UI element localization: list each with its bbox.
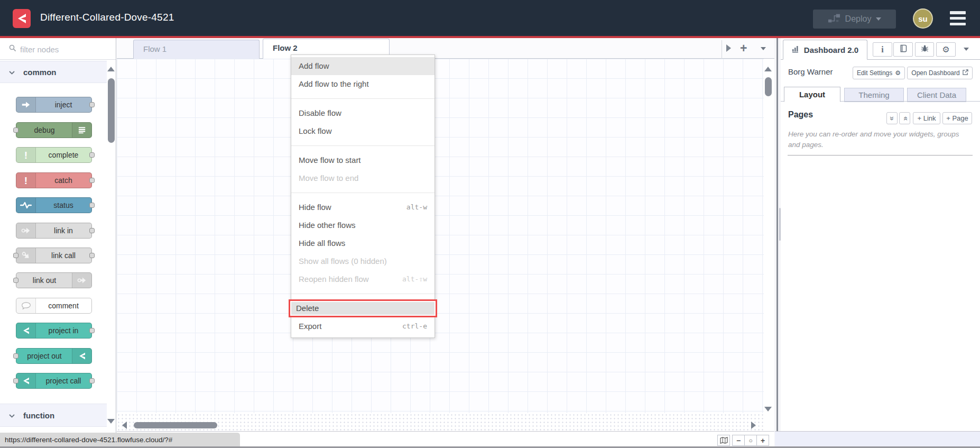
debug-console-icon — [72, 123, 91, 138]
flow-context-menu: Add flow Add flow to the right Disable f… — [291, 54, 435, 338]
palette-node-status[interactable]: status — [16, 197, 92, 213]
link-icon — [16, 223, 36, 238]
menu-item-add-flow-right[interactable]: Add flow to the right — [291, 75, 434, 93]
output-port — [89, 102, 95, 107]
move-down-button[interactable]: » — [899, 112, 910, 124]
canvas-vscrollbar-track — [764, 59, 774, 413]
flow-canvas[interactable] — [117, 59, 764, 413]
menu-item-disable-flow[interactable]: Disable flow — [291, 104, 434, 122]
palette-node-link-in[interactable]: link in — [16, 223, 92, 239]
menu-item-hide-other-flows[interactable]: Hide other flows — [291, 216, 434, 234]
move-up-button[interactable]: » — [886, 112, 898, 124]
pages-help-text: Here you can re-order and move your widg… — [788, 129, 970, 150]
output-port — [89, 178, 95, 183]
debug-bug-button[interactable] — [915, 42, 934, 57]
palette-node-project-out[interactable]: project out — [16, 348, 92, 364]
palette-filter-input[interactable] — [19, 42, 111, 57]
palette-node-complete[interactable]: ! complete — [16, 147, 92, 163]
zoom-in-button[interactable]: + — [756, 435, 769, 446]
palette-scroll-down-icon[interactable] — [107, 419, 115, 424]
add-flow-button[interactable]: + — [740, 41, 747, 56]
user-avatar[interactable]: su — [913, 8, 933, 29]
tab-theming[interactable]: Theming — [844, 88, 904, 102]
flowfuse-icon — [16, 373, 36, 388]
link-call-icon — [16, 248, 36, 263]
deploy-button[interactable]: Deploy — [813, 10, 896, 29]
info-icon: i — [881, 45, 883, 54]
canvas-scroll-right-icon[interactable] — [751, 422, 756, 429]
output-port — [89, 378, 95, 383]
minus-icon: − — [736, 436, 741, 445]
info-button[interactable]: i — [873, 42, 892, 57]
palette-node-catch[interactable]: ! catch — [16, 172, 92, 188]
menu-item-move-flow-start[interactable]: Move flow to start — [291, 151, 434, 169]
deploy-label: Deploy — [845, 14, 872, 24]
tab-list-caret-icon[interactable] — [761, 47, 766, 50]
canvas-scroll-up-icon[interactable] — [764, 67, 772, 71]
exclamation-icon: ! — [16, 173, 36, 188]
navigator-map-button[interactable] — [717, 435, 730, 446]
palette-category-common[interactable]: common — [0, 61, 107, 83]
palette-node-project-call[interactable]: project call — [16, 373, 92, 389]
chevron-down-icon — [9, 410, 15, 420]
palette-node-comment[interactable]: comment — [16, 298, 92, 314]
output-port — [89, 152, 95, 158]
menu-item-hide-flow[interactable]: alt-wHide flow — [291, 198, 434, 216]
input-port — [13, 353, 19, 359]
bar-chart-icon — [792, 45, 800, 54]
deploy-options-caret-icon[interactable] — [876, 17, 881, 21]
canvas-hscrollbar-thumb[interactable] — [134, 422, 217, 428]
main-menu-button[interactable] — [950, 11, 966, 25]
edit-settings-button[interactable]: Edit Settings ⚙ — [853, 67, 905, 79]
input-port — [13, 127, 19, 133]
canvas-scroll-down-icon[interactable] — [764, 407, 772, 412]
tab-layout[interactable]: Layout — [784, 87, 840, 102]
menu-item-delete[interactable]: Delete — [289, 299, 437, 317]
exclamation-icon: ! — [16, 148, 36, 162]
shortcut-label: alt-w — [406, 198, 427, 216]
tab-flow-1[interactable]: Flow 1 — [133, 40, 260, 59]
help-book-button[interactable] — [893, 42, 913, 57]
deploy-icon — [828, 13, 840, 25]
pages-section-title: Pages — [788, 110, 813, 120]
flowfuse-logo-icon — [13, 9, 31, 28]
sidebar-footer — [775, 431, 980, 446]
tab-dashboard-2[interactable]: Dashboard 2.0 — [783, 40, 867, 60]
palette-scrollbar-thumb[interactable] — [108, 78, 115, 143]
add-page-button[interactable]: + Page — [942, 112, 972, 124]
palette-category-function[interactable]: function — [0, 404, 107, 427]
menu-item-lock-flow[interactable]: Lock flow — [291, 122, 434, 140]
comment-bubble-icon — [16, 298, 36, 313]
menu-item-add-flow[interactable]: Add flow — [291, 57, 434, 75]
sidebar-separator-handle[interactable] — [776, 38, 778, 448]
palette-node-link-out[interactable]: link out — [16, 272, 92, 288]
tabbar-divider — [722, 40, 722, 59]
output-port — [89, 203, 95, 208]
tab-scroll-right-icon[interactable] — [726, 44, 731, 52]
canvas-scroll-left-icon[interactable] — [122, 422, 127, 429]
tab-client-data[interactable]: Client Data — [907, 88, 966, 102]
menu-item-export[interactable]: ctrl-eExport — [291, 317, 434, 335]
open-dashboard-button[interactable]: Open Dashboard — [907, 67, 973, 79]
palette-node-debug[interactable]: debug — [16, 122, 92, 138]
palette-node-inject[interactable]: inject — [16, 97, 92, 113]
inject-arrow-icon — [16, 97, 36, 112]
external-link-icon — [963, 69, 968, 77]
sidebar-menu-caret-icon[interactable] — [964, 48, 969, 51]
palette-scroll-up-icon[interactable] — [107, 67, 115, 71]
add-link-button[interactable]: + Link — [913, 112, 940, 124]
flowfuse-icon — [16, 323, 36, 338]
double-chevron-up-icon: » — [887, 116, 896, 121]
settings-button[interactable]: ⚙ — [936, 42, 956, 57]
zoom-reset-button[interactable]: ○ — [744, 435, 757, 446]
sidebar-tab-label: Dashboard 2.0 — [804, 45, 858, 54]
palette-node-project-in[interactable]: project in — [16, 323, 92, 339]
output-port — [89, 228, 95, 233]
palette-node-link-call[interactable]: link call — [16, 248, 92, 263]
menu-item-hide-all-flows[interactable]: Hide all flows — [291, 234, 434, 252]
menu-divider — [291, 98, 434, 99]
zoom-out-button[interactable]: − — [732, 435, 745, 446]
circle-icon: ○ — [748, 437, 752, 444]
edit-settings-label: Edit Settings — [857, 69, 892, 77]
canvas-vscrollbar-thumb[interactable] — [765, 77, 772, 96]
